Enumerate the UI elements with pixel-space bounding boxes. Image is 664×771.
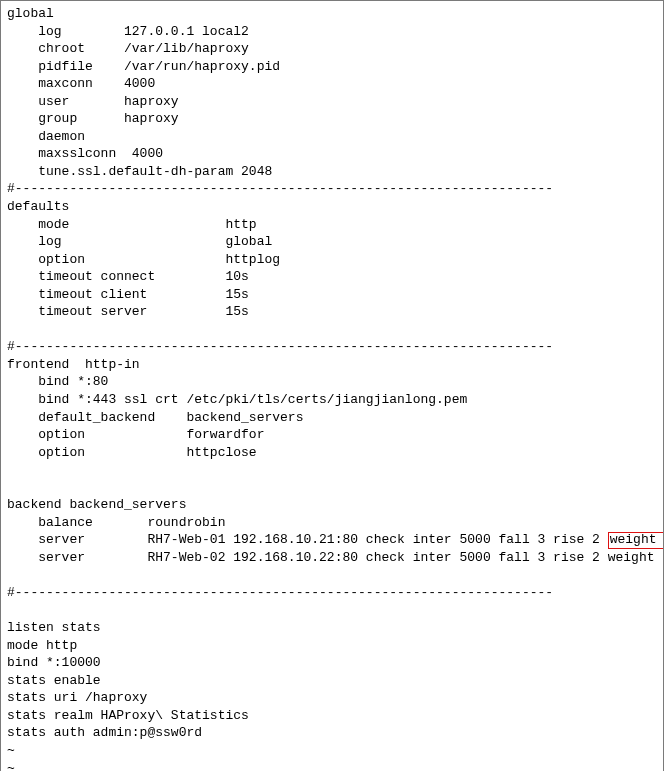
config-text: global log 127.0.0.1 local2 chroot /var/… (7, 5, 657, 771)
weight-highlight: weight 3 (608, 532, 664, 548)
server-line-1: server RH7-Web-01 192.168.10.21:80 check… (7, 532, 664, 547)
